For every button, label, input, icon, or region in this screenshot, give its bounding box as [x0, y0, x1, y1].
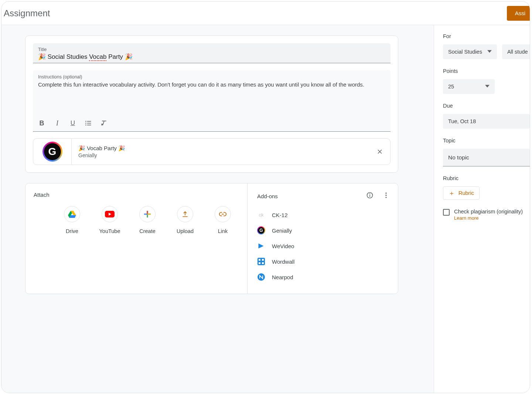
addon-genially[interactable]: G Genially [257, 223, 390, 238]
drive-icon [64, 206, 80, 222]
rubric-button[interactable]: ＋ Rubric [443, 186, 480, 200]
points-label: Points [443, 68, 530, 74]
learn-more-link[interactable]: Learn more [454, 215, 523, 221]
svg-rect-25 [259, 262, 260, 264]
title-field[interactable]: Title 🎉 Social Studies Vocab Party 🎉 [33, 43, 391, 63]
attach-upload[interactable]: Upload [175, 206, 195, 234]
attach-drive[interactable]: Drive [62, 206, 82, 234]
rubric-label: Rubric [443, 175, 530, 181]
main-column: Title 🎉 Social Studies Vocab Party 🎉 Ins… [1, 25, 434, 393]
attachment-thumbnail: G [33, 139, 72, 165]
underline-icon[interactable]: U [69, 119, 76, 127]
youtube-icon [102, 206, 118, 222]
genially-icon: G [257, 226, 265, 234]
plagiarism-label: Check plagiarism (originality) [454, 209, 523, 215]
svg-marker-21 [259, 243, 264, 248]
svg-rect-14 [147, 214, 151, 215]
svg-point-4 [85, 125, 86, 126]
plus-icon: ＋ [449, 190, 455, 196]
svg-point-17 [370, 194, 370, 194]
plagiarism-checkbox[interactable] [443, 209, 450, 216]
svg-rect-5 [87, 125, 91, 125]
svg-point-20 [385, 197, 386, 198]
chevron-down-icon [487, 49, 492, 55]
for-students-dropdown[interactable]: All stude [502, 44, 530, 59]
attach-card: Attach Drive [25, 183, 398, 294]
svg-rect-1 [87, 121, 91, 122]
bullet-list-icon[interactable] [85, 119, 92, 127]
attach-youtube[interactable]: YouTube [99, 206, 120, 234]
due-label: Due [443, 103, 530, 109]
italic-icon[interactable]: I [54, 119, 61, 127]
format-toolbar: B I U [33, 116, 391, 131]
for-label: For [443, 33, 530, 39]
bold-icon[interactable]: B [38, 119, 45, 127]
attach-create[interactable]: Create [137, 206, 158, 234]
addon-ck12[interactable]: c|k CK-12 [257, 207, 390, 223]
svg-point-2 [85, 123, 86, 124]
form-card: Title 🎉 Social Studies Vocab Party 🎉 Ins… [25, 36, 398, 173]
svg-point-18 [385, 193, 386, 194]
addon-wevideo[interactable]: WeVideo [257, 238, 390, 254]
ck12-icon: c|k [257, 211, 265, 219]
attachment-title: 🎉 Vocab Party 🎉 [78, 145, 369, 152]
assign-button[interactable]: Assi [507, 6, 530, 21]
wevideo-icon [257, 242, 265, 250]
more-icon[interactable] [382, 192, 390, 200]
addon-nearpod[interactable]: Nearpod [257, 269, 390, 285]
svg-rect-23 [259, 259, 260, 261]
addons-header: Add-ons [257, 193, 278, 199]
assignment-dialog: Assignment Assi Title 🎉 Social Studies V… [1, 1, 530, 393]
instructions-input[interactable]: Complete this fun interactive vocabulary… [38, 80, 385, 114]
title-input[interactable]: 🎉 Social Studies Vocab Party 🎉 [38, 52, 385, 61]
remove-attachment-button[interactable] [369, 148, 390, 155]
points-dropdown[interactable]: 25 [443, 79, 495, 94]
dialog-title: Assignment [4, 8, 50, 18]
dialog-header: Assignment Assi [1, 1, 530, 25]
attachment-source: Genially [78, 152, 369, 158]
side-panel: For Social Studies All stude Points 25 [434, 25, 530, 393]
svg-point-19 [385, 195, 386, 196]
wordwall-icon [257, 257, 265, 266]
topic-label: Topic [443, 138, 530, 144]
attach-header: Attach [34, 192, 247, 198]
attachment-row[interactable]: G 🎉 Vocab Party 🎉 Genially [33, 138, 391, 165]
nearpod-icon [257, 273, 265, 281]
addon-wordwall[interactable]: Wordwall [257, 254, 390, 269]
for-class-dropdown[interactable]: Social Studies [443, 44, 497, 59]
clear-format-icon[interactable] [100, 119, 108, 127]
instructions-label: Instructions (optional) [38, 74, 385, 80]
svg-point-0 [85, 121, 86, 122]
topic-input[interactable]: No topic [443, 149, 530, 166]
link-icon [215, 206, 231, 222]
title-label: Title [38, 47, 385, 52]
svg-rect-3 [87, 123, 91, 124]
attachment-info: 🎉 Vocab Party 🎉 Genially [72, 145, 369, 158]
svg-rect-24 [262, 259, 264, 261]
due-date-dropdown[interactable]: Tue, Oct 18 [443, 114, 530, 129]
info-icon[interactable] [366, 192, 374, 200]
create-icon [139, 206, 156, 222]
attach-link[interactable]: Link [212, 206, 233, 234]
chevron-down-icon [485, 84, 490, 90]
instructions-field[interactable]: Instructions (optional) Complete this fu… [33, 70, 391, 132]
svg-rect-26 [262, 262, 264, 264]
upload-icon [177, 206, 193, 222]
